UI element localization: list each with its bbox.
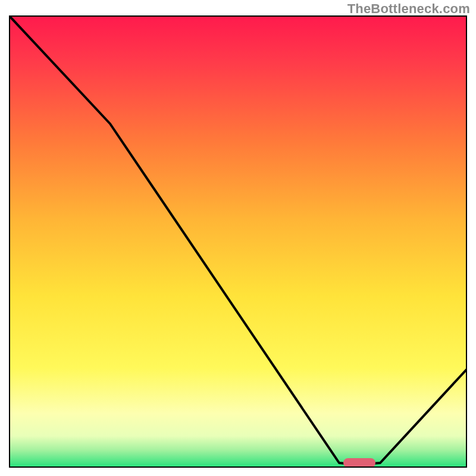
optimal-marker	[343, 458, 375, 468]
gradient-background	[9, 15, 467, 468]
watermark-text: TheBottleneck.com	[347, 1, 470, 17]
chart-svg	[9, 15, 467, 468]
plot-area	[9, 15, 467, 468]
chart-root: TheBottleneck.com	[0, 0, 476, 476]
